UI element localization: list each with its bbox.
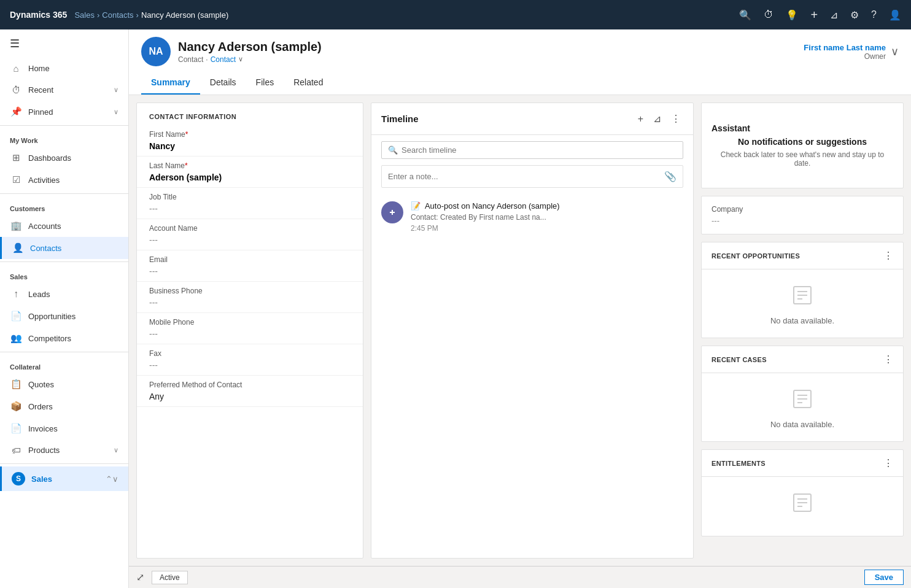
search-icon[interactable]: 🔍 <box>739 9 751 21</box>
attach-icon[interactable]: 📎 <box>664 171 676 182</box>
chevron-down-icon: ∨ <box>114 86 118 94</box>
value-lastname[interactable]: Aderson (sample) <box>149 172 351 182</box>
sidebar-label-contacts: Contacts <box>30 244 118 253</box>
sidebar-item-recent[interactable]: ⏱ Recent ∨ <box>0 79 128 101</box>
entitlements-more-icon[interactable]: ⋮ <box>883 457 893 469</box>
settings-icon[interactable]: ⚙ <box>850 9 859 21</box>
value-firstname[interactable]: Nancy <box>149 141 351 151</box>
label-businessphone: Business Phone <box>149 287 351 295</box>
lightbulb-icon[interactable]: 💡 <box>786 9 798 21</box>
tab-related[interactable]: Related <box>284 72 333 95</box>
user-icon[interactable]: 👤 <box>889 9 901 21</box>
tab-details[interactable]: Details <box>200 72 246 95</box>
sidebar-item-accounts[interactable]: 🏢 Accounts <box>0 215 128 237</box>
expand-icon[interactable]: ⤢ <box>136 571 144 583</box>
content-area: CONTACT INFORMATION First Name* Nancy La… <box>129 95 911 566</box>
field-firstname: First Name* Nancy <box>137 125 363 157</box>
value-fax[interactable]: --- <box>149 360 351 370</box>
timeline-more-icon[interactable]: ⋮ <box>669 112 683 126</box>
value-preferred-contact[interactable]: Any <box>149 392 351 401</box>
leads-icon: ↑ <box>10 288 22 300</box>
sidebar-label-dashboards: Dashboards <box>28 153 118 163</box>
accounts-icon: 🏢 <box>10 220 22 231</box>
status-button[interactable]: Active <box>152 571 188 584</box>
entity-name: Nancy Aderson (sample) <box>178 40 804 54</box>
breadcrumb-sales[interactable]: Sales <box>74 10 95 20</box>
timeline-filter-icon[interactable]: ⊿ <box>651 112 664 126</box>
owner-name[interactable]: First name Last name <box>804 43 886 52</box>
label-accountname: Account Name <box>149 224 351 233</box>
add-icon[interactable]: + <box>810 8 818 22</box>
quotes-icon: 📋 <box>10 379 22 390</box>
section-label-collateral: Collateral <box>0 355 128 373</box>
entitlements-empty <box>702 477 903 536</box>
filter-icon[interactable]: ⊿ <box>830 9 838 21</box>
recent-cases-title: RECENT CASES <box>711 356 883 363</box>
autopost-icon: 📝 <box>411 201 421 211</box>
field-jobtitle: Job Title --- <box>137 188 363 219</box>
timeline-search-input[interactable] <box>401 145 676 155</box>
label-email: Email <box>149 255 351 264</box>
sidebar-item-opportunities[interactable]: 📄 Opportunities <box>0 305 128 327</box>
hamburger-menu[interactable]: ☰ <box>0 29 128 58</box>
sidebar-item-products[interactable]: 🏷 Products ∨ <box>0 439 128 461</box>
value-mobilephone[interactable]: --- <box>149 329 351 339</box>
company-card: Company --- <box>701 196 904 234</box>
assistant-panel: Assistant No notifications or suggestion… <box>701 103 904 188</box>
sidebar-label-invoices: Invoices <box>28 424 118 433</box>
value-accountname[interactable]: --- <box>149 235 351 245</box>
recent-opportunities-title: RECENT OPPORTUNITIES <box>711 252 883 260</box>
recent-cases-card: RECENT CASES ⋮ No data availab <box>701 346 904 442</box>
recent-cases-empty: No data available. <box>702 373 903 441</box>
sidebar-item-sales-bottom[interactable]: S Sales ⌃∨ <box>0 466 128 491</box>
save-button[interactable]: Save <box>864 570 904 585</box>
clock-icon[interactable]: ⏱ <box>764 9 773 20</box>
recent-cases-header: RECENT CASES ⋮ <box>702 346 903 373</box>
help-icon[interactable]: ? <box>871 9 877 20</box>
right-panels: Assistant No notifications or suggestion… <box>701 103 904 559</box>
recent-cases-more-icon[interactable]: ⋮ <box>883 354 893 365</box>
assistant-title: Assistant <box>711 123 893 133</box>
sidebar-label-products: Products <box>28 446 107 455</box>
sidebar-item-contacts[interactable]: 👤 Contacts <box>0 237 128 259</box>
breadcrumb: Sales › Contacts › Nancy Aderson (sample… <box>74 10 228 20</box>
sidebar-item-orders[interactable]: 📦 Orders <box>0 395 128 417</box>
assistant-subtext: Check back later to see what's new and s… <box>711 150 893 168</box>
tab-files[interactable]: Files <box>246 72 284 95</box>
timeline-search-icon: 🔍 <box>388 145 398 155</box>
main-content: NA Nancy Aderson (sample) Contact · Cont… <box>129 29 911 588</box>
recent-icon: ⏱ <box>10 85 22 95</box>
entity-owner-block: First name Last name Owner ∨ <box>804 43 899 61</box>
value-email[interactable]: --- <box>149 266 351 276</box>
section-label-sales: Sales <box>0 265 128 283</box>
sidebar-item-leads[interactable]: ↑ Leads <box>0 283 128 305</box>
entity-type2[interactable]: Contact <box>211 55 236 64</box>
breadcrumb-contacts[interactable]: Contacts <box>102 10 133 20</box>
tab-summary[interactable]: Summary <box>141 72 200 95</box>
timeline-entry-title: 📝 Auto-post on Nancy Aderson (sample) <box>411 201 683 211</box>
recent-opportunities-more-icon[interactable]: ⋮ <box>883 250 893 261</box>
entity-type-chevron[interactable]: ∨ <box>238 55 243 63</box>
sidebar-item-activities[interactable]: ☑ Activities <box>0 169 128 191</box>
value-businessphone[interactable]: --- <box>149 298 351 308</box>
entitlements-title: ENTITLEMENTS <box>711 460 883 467</box>
sidebar-item-invoices[interactable]: 📄 Invoices <box>0 417 128 439</box>
timeline-add-button[interactable]: + <box>635 112 646 126</box>
sidebar-item-pinned[interactable]: 📌 Pinned ∨ <box>0 101 128 123</box>
timeline-note-input[interactable] <box>388 172 661 181</box>
chevron-down-icon: ∨ <box>114 446 118 454</box>
company-value: --- <box>711 216 893 225</box>
timeline-entry-sub: Contact: Created By First name Last na..… <box>411 213 683 222</box>
value-jobtitle[interactable]: --- <box>149 204 351 214</box>
sidebar-item-dashboards[interactable]: ⊞ Dashboards <box>0 147 128 169</box>
autopost-label: Auto-post on Nancy Aderson (sample) <box>425 201 560 211</box>
sidebar-item-quotes[interactable]: 📋 Quotes <box>0 373 128 395</box>
timeline-entry-avatar <box>381 201 403 223</box>
sidebar-item-home[interactable]: ⌂ Home <box>0 58 128 79</box>
timeline-note-box: 📎 <box>381 165 683 188</box>
no-data-text-opportunities: No data available. <box>711 316 893 325</box>
sidebar-item-competitors[interactable]: 👥 Competitors <box>0 327 128 349</box>
competitors-icon: 👥 <box>10 333 22 344</box>
owner-chevron-icon[interactable]: ∨ <box>891 45 899 58</box>
no-data-icon <box>711 282 893 311</box>
